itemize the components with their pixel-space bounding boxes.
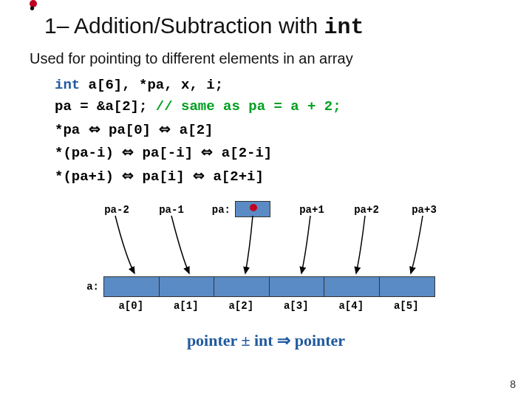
array-cell: [324, 277, 380, 296]
slide-title: 1– Addition/Subtraction with int: [44, 13, 502, 40]
double-arrow-icon: ⇔: [159, 121, 171, 137]
double-arrow-icon: ⇔: [122, 144, 134, 160]
double-arrow-icon: ⇔: [201, 144, 213, 160]
bullet-dot-icon: •: [30, 0, 37, 7]
code-line-3: *pa ⇔ pa[0] ⇔ a[2]: [55, 118, 502, 141]
arrow-curves: [89, 216, 458, 262]
idx-label-0: a[0]: [103, 300, 159, 312]
code-line-1: int a[6], *pa, x, i;: [55, 75, 502, 96]
code-line-4: *(pa-i) ⇔ pa[-i] ⇔ a[2-i]: [55, 141, 502, 164]
code-line-2: pa = &a[2]; // same as pa = a + 2;: [55, 96, 502, 117]
bullet-text: Used for pointing to different elements …: [30, 50, 353, 67]
idx-label-1: a[1]: [159, 300, 214, 312]
pointer-diagram: pa-2 pa-1 pa: pa+1 pa+2 pa+3 a: a[0] a[1…: [59, 204, 473, 330]
array-cell: [160, 277, 215, 296]
array-cell: [214, 277, 270, 296]
idx-label-4: a[4]: [324, 300, 379, 312]
formula: pointer ± int ⇒ pointer: [30, 331, 502, 350]
array-label: a:: [59, 281, 99, 293]
array-cell: [380, 277, 435, 296]
double-arrow-icon: ⇔: [89, 121, 100, 137]
code-block: int a[6], *pa, x, i; pa = &a[2]; // same…: [55, 75, 502, 188]
title-text: 1– Addition/Subtraction with: [44, 13, 324, 38]
array-cell: [270, 277, 325, 296]
code-line-5: *(pa+i) ⇔ pa[i] ⇔ a[2+i]: [55, 165, 502, 188]
double-arrow-icon: ⇔: [193, 168, 205, 183]
array-cell: [104, 277, 160, 296]
double-arrow-icon: ⇔: [122, 168, 134, 183]
ptr-label-pa-2: pa-2: [87, 204, 146, 216]
ptr-label-pa+1: pa+1: [282, 204, 341, 216]
array-cells: [103, 276, 435, 297]
title-keyword: int: [324, 15, 364, 40]
ptr-label-pa+2: pa+2: [337, 204, 396, 216]
bullet-item: • Used for pointing to different element…: [30, 50, 502, 67]
idx-label-5: a[5]: [379, 300, 434, 312]
page-number: 8: [510, 378, 516, 390]
idx-label-2: a[2]: [214, 300, 269, 312]
ptr-label-pa+3: pa+3: [395, 204, 454, 216]
keyword-int: int: [55, 77, 80, 93]
ptr-label-pa-1: pa-1: [142, 204, 201, 216]
ptr-label-pa: pa:: [197, 204, 231, 216]
idx-label-3: a[3]: [269, 300, 324, 312]
comment: // same as pa = a + 2;: [156, 98, 341, 115]
